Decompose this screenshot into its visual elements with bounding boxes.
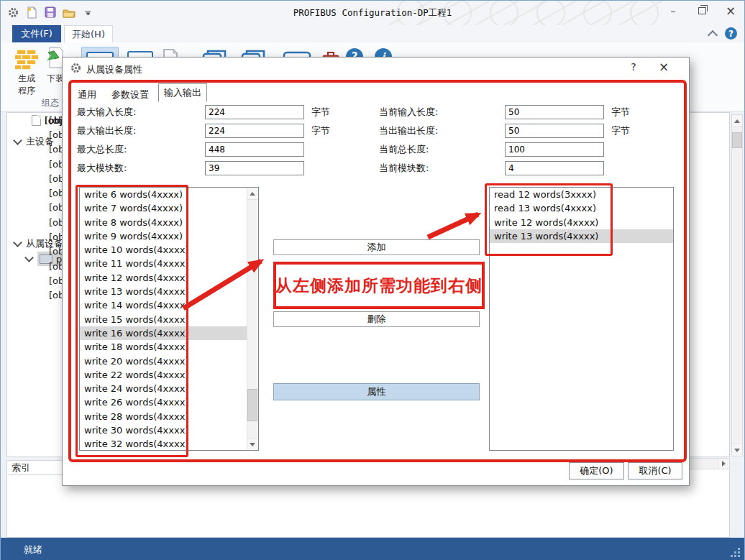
list-item[interactable]: write 32 words(4xxxx) — [80, 437, 247, 451]
list-item[interactable]: write 26 words(4xxxx) — [80, 395, 247, 409]
generate-program-label[interactable]: 生成程序 — [11, 73, 42, 97]
max-fields-column: 最大输入长度: 字节 最大输出长度: 字节 最大总长度: 最大 — [77, 105, 330, 180]
field-row: 最大总长度: — [77, 142, 330, 157]
list-item[interactable]: write 11 words(4xxxx) — [80, 257, 247, 270]
scroll-down-button[interactable] — [732, 444, 742, 456]
list-item[interactable]: write 12 words(4xxxx) — [490, 216, 673, 229]
list-item[interactable]: write 13 words(4xxxx) — [490, 229, 673, 243]
field-row: 当前模块数: — [379, 161, 630, 175]
field-label: 当前模块数: — [379, 162, 505, 175]
list-item[interactable]: write 6 words(4xxxx) — [80, 188, 247, 201]
canvas-horizontal-scrollbar[interactable] — [684, 458, 730, 469]
list-item[interactable]: write 20 words(4xxxx) — [80, 354, 247, 368]
list-item[interactable]: write 14 words(4xxxx) — [80, 298, 247, 312]
field-input[interactable] — [505, 142, 604, 157]
field-input[interactable] — [205, 105, 304, 119]
field-row: 当前总长度: — [379, 142, 630, 157]
list-item[interactable]: write 22 words(4xxxx) — [80, 368, 247, 382]
field-label: 最大输出长度: — [77, 124, 205, 137]
field-input[interactable] — [205, 124, 304, 138]
vertical-scroll-thumb[interactable] — [247, 389, 257, 421]
vertical-scroll-thumb[interactable] — [732, 132, 742, 148]
list-item[interactable]: write 30 words(4xxxx) — [80, 423, 247, 437]
field-unit: 字节 — [611, 124, 630, 137]
resize-grip[interactable] — [730, 547, 740, 557]
ribbon-tab-row: 文件(F) 开始(H) — [1, 25, 744, 42]
list-item[interactable]: write 15 words(4xxxx) — [80, 313, 247, 326]
field-unit: 字节 — [311, 106, 330, 119]
canvas-vertical-scrollbar[interactable] — [731, 114, 743, 456]
list-item[interactable]: read 12 words(3xxxx) — [490, 188, 673, 201]
scroll-up-button[interactable] — [247, 188, 257, 200]
help-icon[interactable] — [725, 27, 737, 40]
dialog-gear-icon — [70, 63, 81, 76]
tab-parameter-settings[interactable]: 参数设置 — [107, 88, 153, 102]
dialog-title: 从属设备属性 — [86, 63, 142, 76]
field-unit: 字节 — [611, 106, 630, 119]
annotation-box: 从左侧添加所需功能到右侧 — [273, 262, 485, 309]
collapse-ribbon-icon[interactable] — [708, 29, 718, 40]
field-label: 当出输出长度: — [379, 124, 505, 137]
field-row: 最大模块数: — [77, 161, 330, 175]
field-input[interactable] — [205, 161, 304, 175]
field-label: 最大输入长度: — [77, 106, 205, 119]
tab-input-output[interactable]: 输入输出 — [158, 83, 207, 102]
field-input[interactable] — [205, 142, 304, 157]
ok-button[interactable]: 确定(O) — [569, 462, 624, 479]
field-row: 最大输入长度: 字节 — [77, 105, 330, 119]
list-scrollbar[interactable] — [247, 188, 258, 450]
restore-icon — [698, 7, 706, 14]
field-row: 当出输出长度: 字节 — [379, 124, 630, 138]
available-functions-listbox[interactable]: write 6 words(4xxxx) write 7 words(4xxxx… — [79, 187, 259, 451]
list-item[interactable]: write 16 words(4xxxx) — [80, 326, 247, 340]
window-controls: – × — [664, 4, 740, 18]
tab-general[interactable]: 通用 — [73, 88, 101, 102]
field-label: 最大总长度: — [77, 143, 205, 156]
scroll-down-button[interactable] — [247, 438, 257, 450]
cancel-button[interactable]: 取消(C) — [628, 462, 682, 479]
annotation-text: 从左侧添加所需功能到右侧 — [275, 275, 483, 297]
field-input[interactable] — [505, 105, 604, 119]
list-item[interactable]: write 13 words(4xxxx) — [80, 285, 247, 298]
current-fields-column: 当前输入长度: 字节 当出输出长度: 字节 当前总长度: 当前 — [379, 105, 630, 180]
tab-file[interactable]: 文件(F) — [12, 25, 61, 42]
selected-functions-listbox[interactable]: read 12 words(3xxxx) read 13 words(4xxxx… — [489, 187, 674, 451]
list-item[interactable]: write 28 words(4xxxx) — [80, 410, 247, 423]
dialog-close-button[interactable]: × — [654, 60, 673, 75]
status-bar: 就绪 — [1, 538, 744, 560]
field-unit: 字节 — [311, 124, 330, 137]
minimize-button[interactable]: – — [664, 4, 682, 18]
dialog-help-button[interactable]: ? — [626, 61, 641, 75]
slave-device-properties-dialog: 从属设备属性 ? × 通用 参数设置 输入输出 最大输入长度: 字节 最大输出长… — [62, 57, 690, 486]
generate-program-icon[interactable] — [15, 47, 38, 73]
field-label: 当前总长度: — [379, 143, 505, 156]
dialog-titlebar[interactable]: 从属设备属性 ? × — [63, 58, 689, 79]
list-item[interactable]: write 9 words(4xxxx) — [80, 229, 247, 243]
list-item[interactable]: read 13 words(4xxxx) — [490, 201, 673, 215]
status-text: 就绪 — [24, 543, 42, 556]
list-item[interactable]: write 18 words(4xxxx) — [80, 340, 247, 354]
close-button[interactable]: × — [721, 4, 740, 18]
field-label: 最大模块数: — [77, 162, 205, 175]
field-row: 最大输出长度: 字节 — [77, 124, 330, 138]
scroll-right-button[interactable] — [718, 459, 729, 469]
list-item[interactable]: write 10 words(4xxxx) — [80, 243, 247, 257]
list-item[interactable]: write 8 words(4xxxx) — [80, 216, 247, 229]
available-functions-items: write 6 words(4xxxx) write 7 words(4xxxx… — [80, 188, 247, 451]
selected-functions-items: read 12 words(3xxxx) read 13 words(4xxxx… — [490, 188, 673, 243]
field-row: 当前输入长度: 字节 — [379, 105, 630, 119]
delete-button[interactable]: 删除 — [273, 311, 480, 327]
properties-button[interactable]: 属性 — [273, 383, 480, 400]
field-label: 当前输入长度: — [379, 106, 505, 119]
restore-button[interactable] — [693, 4, 711, 18]
window-titlebar: PROFIBUS Configuration-DP工程1 – × — [1, 1, 744, 25]
tab-home[interactable]: 开始(H) — [64, 25, 113, 42]
list-item[interactable]: write 24 words(4xxxx) — [80, 382, 247, 395]
list-item[interactable]: write 12 words(4xxxx) — [80, 271, 247, 285]
scroll-up-button[interactable] — [732, 115, 742, 127]
field-input[interactable] — [505, 124, 604, 138]
add-button[interactable]: 添加 — [273, 239, 480, 255]
field-input[interactable] — [505, 161, 604, 175]
application-window: PROFIBUS Configuration-DP工程1 – × 文件(F) 开… — [0, 0, 745, 560]
list-item[interactable]: write 7 words(4xxxx) — [80, 201, 247, 215]
